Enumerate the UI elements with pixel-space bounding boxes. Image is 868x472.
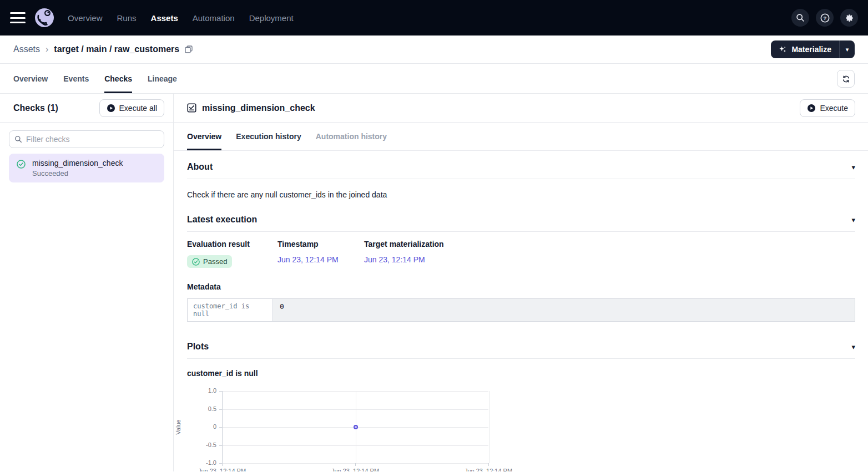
refresh-button[interactable] — [837, 70, 855, 88]
nav-deployment[interactable]: Deployment — [249, 13, 294, 23]
top-navigation-bar: Overview Runs Assets Automation Deployme… — [0, 0, 868, 35]
plot-area — [222, 391, 488, 463]
gear-icon — [845, 13, 854, 23]
plots-heading: Plots — [187, 342, 209, 352]
sparkle-icon — [779, 45, 787, 54]
search-button[interactable] — [791, 9, 809, 27]
collapse-caret-icon[interactable]: ▾ — [851, 164, 855, 171]
svg-text:?: ? — [823, 15, 826, 21]
check-success-icon — [192, 258, 200, 266]
x-tick-mark — [355, 463, 356, 466]
help-icon: ? — [820, 13, 830, 23]
evaluation-result-header: Evaluation result — [187, 240, 277, 248]
metadata-table: customer_id is null 0 — [187, 298, 855, 322]
breadcrumb-assets-link[interactable]: Assets — [13, 44, 40, 54]
latest-execution-section-header: Latest execution ▾ — [187, 215, 855, 232]
tab-execution-history[interactable]: Execution history — [236, 123, 301, 150]
filter-checks-input[interactable] — [26, 135, 159, 144]
check-overview-content: About ▾ Check if there are any null cust… — [174, 151, 868, 471]
timestamp-link[interactable]: Jun 23, 12:14 PM — [277, 255, 364, 264]
check-detail-tabs: Overview Execution history Automation hi… — [174, 123, 868, 151]
hamburger-menu-icon[interactable] — [10, 12, 26, 23]
tab-events[interactable]: Events — [63, 64, 89, 93]
x-tick-label: Jun 23, 12:14 PM — [189, 468, 255, 471]
asset-tabs-row: Overview Events Checks Lineage — [0, 64, 868, 94]
check-value-chart: 1.00.50-0.5-1.0Jun 23, 12:14 PMJun 23, 1… — [187, 387, 855, 471]
copy-asset-key-button[interactable] — [185, 45, 193, 53]
about-section-header: About ▾ — [187, 162, 855, 179]
plot-title: customer_id is null — [187, 369, 855, 378]
metadata-value: 0 — [273, 299, 855, 321]
y-tick-mark — [219, 409, 222, 410]
settings-button[interactable] — [840, 9, 858, 27]
collapse-caret-icon[interactable]: ▾ — [851, 216, 855, 224]
check-list-item[interactable]: missing_dimension_check Succeeded — [9, 154, 164, 182]
play-icon — [807, 104, 816, 113]
y-tick-label: 0 — [187, 423, 216, 430]
y-tick-mark — [219, 391, 222, 392]
tab-overview[interactable]: Overview — [13, 64, 48, 93]
execute-button[interactable]: Execute — [800, 99, 855, 117]
breadcrumb-row: Assets › target / main / raw_customers M… — [0, 35, 868, 64]
y-axis-label: Value — [175, 419, 181, 434]
collapse-caret-icon[interactable]: ▾ — [851, 343, 855, 351]
check-name: missing_dimension_check — [32, 159, 123, 168]
nav-overview[interactable]: Overview — [68, 13, 103, 23]
latest-execution-heading: Latest execution — [187, 215, 257, 225]
checks-count-title: Checks (1) — [13, 103, 58, 113]
checks-sidebar: Checks (1) Execute all missing_d — [0, 94, 174, 471]
play-icon — [107, 104, 115, 113]
y-tick-label: 0.5 — [187, 405, 216, 412]
about-heading: About — [187, 162, 213, 172]
search-icon — [796, 13, 805, 22]
v-gridline — [489, 391, 489, 463]
y-tick-label: -1.0 — [187, 459, 216, 466]
primary-nav: Overview Runs Assets Automation Deployme… — [68, 13, 294, 23]
plots-section-header: Plots ▾ — [187, 342, 855, 359]
execute-all-button[interactable]: Execute all — [99, 99, 164, 117]
y-tick-label: -0.5 — [187, 441, 216, 448]
x-tick-label: Jun 23, 12:14 PM — [322, 468, 388, 471]
dagster-logo[interactable] — [34, 8, 54, 28]
filter-checks-field[interactable] — [9, 130, 164, 148]
tab-automation-history[interactable]: Automation history — [316, 123, 387, 150]
asset-check-icon — [187, 103, 196, 113]
passed-badge: Passed — [187, 255, 232, 268]
target-materialization-header: Target materialization — [364, 240, 444, 248]
check-status: Succeeded — [32, 169, 123, 177]
tab-lineage[interactable]: Lineage — [148, 64, 177, 93]
data-point[interactable] — [354, 425, 358, 429]
metadata-key: customer_id is null — [188, 299, 273, 321]
materialize-options-caret[interactable]: ▾ — [839, 40, 855, 58]
metadata-heading: Metadata — [187, 282, 855, 291]
tab-checks[interactable]: Checks — [104, 64, 132, 93]
nav-automation[interactable]: Automation — [193, 13, 235, 23]
search-icon — [14, 135, 22, 143]
nav-runs[interactable]: Runs — [117, 13, 137, 23]
refresh-icon — [842, 75, 850, 83]
x-tick-label: Jun 23, 12:14 PM — [455, 468, 522, 471]
x-tick-mark — [488, 463, 489, 466]
y-tick-label: 1.0 — [187, 387, 216, 394]
target-materialization-link[interactable]: Jun 23, 12:14 PM — [364, 255, 444, 264]
materialize-button[interactable]: Materialize — [771, 40, 839, 58]
latest-execution-grid: Evaluation result Passed Timestamp Jun 2… — [187, 240, 855, 268]
materialize-split-button: Materialize ▾ — [771, 40, 855, 58]
breadcrumb-chevron-icon: › — [46, 44, 48, 54]
check-success-icon — [17, 160, 26, 169]
tab-check-overview[interactable]: Overview — [187, 123, 221, 150]
x-tick-mark — [222, 463, 223, 466]
check-detail-title: missing_dimension_check — [202, 103, 315, 113]
timestamp-header: Timestamp — [277, 240, 364, 248]
asset-key-path: target / main / raw_customers — [54, 44, 179, 54]
copy-icon — [185, 45, 193, 53]
check-description: Check if there are any null customer_ids… — [187, 190, 855, 199]
nav-assets[interactable]: Assets — [151, 13, 178, 23]
y-tick-mark — [219, 445, 222, 446]
check-detail-panel: missing_dimension_check Execute Overview… — [174, 94, 868, 471]
help-button[interactable]: ? — [816, 9, 834, 27]
nav-utilities: ? — [791, 9, 858, 27]
y-tick-mark — [219, 427, 222, 428]
